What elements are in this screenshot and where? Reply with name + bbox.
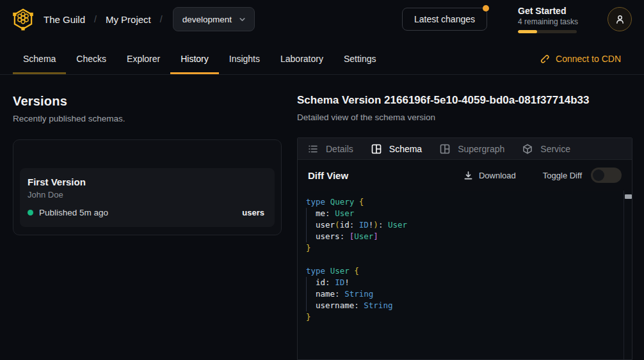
versions-title: Versions: [13, 94, 282, 109]
version-author: John Doe: [28, 190, 264, 200]
code-line: user(id: ID!): User: [306, 219, 619, 231]
connect-to-cdn-link[interactable]: Connect to CDN: [540, 38, 621, 74]
code-line: id: ID!: [306, 277, 619, 288]
tab-insights[interactable]: Insights: [219, 38, 270, 74]
code-line: [306, 254, 619, 265]
tab-label: Laboratory: [280, 54, 323, 64]
tab-laboratory[interactable]: Laboratory: [270, 38, 334, 74]
code-scrollbar[interactable]: [624, 191, 632, 359]
get-started-title: Get Started: [518, 6, 577, 16]
notification-dot: [483, 5, 489, 12]
tab-label: Service: [540, 144, 570, 154]
breadcrumb-project[interactable]: My Project: [106, 14, 151, 25]
version-name: First Version: [28, 176, 264, 187]
schema-version-title: Schema Version 2166196f-5e10-4059-bd0a-0…: [297, 94, 632, 107]
code-line: }: [306, 242, 619, 254]
breadcrumb-separator: /: [160, 14, 163, 24]
user-icon: [615, 14, 625, 25]
versions-panel: Versions Recently published schemas. Fir…: [13, 94, 282, 360]
schema-view-tabs: Details Schema Super: [298, 138, 632, 160]
target-dropdown-value: development: [182, 15, 232, 24]
tab-explorer[interactable]: Explorer: [117, 38, 170, 74]
schema-detail-card: Details Schema Super: [297, 137, 632, 360]
tab-settings[interactable]: Settings: [334, 38, 387, 74]
version-list-item[interactable]: First Version John Doe Published 5m ago …: [20, 168, 275, 227]
link-icon: [540, 54, 550, 64]
get-started-subtitle: 4 remaining tasks: [518, 17, 577, 26]
tab-schema-view[interactable]: Schema: [371, 144, 422, 154]
chevron-down-icon: [238, 15, 246, 24]
latest-changes-label: Latest changes: [414, 14, 475, 24]
version-status-text: Published 5m ago: [39, 208, 108, 217]
tab-checks[interactable]: Checks: [66, 38, 117, 74]
toggle-diff-switch[interactable]: [591, 168, 622, 183]
version-status-row: Published 5m ago users: [28, 208, 264, 217]
published-status-dot: [28, 210, 33, 215]
connect-to-cdn-label: Connect to CDN: [556, 54, 621, 64]
schema-version-subtitle: Detailed view of the schema version: [297, 113, 632, 122]
diff-toolbar: Diff View Download Toggle Diff: [298, 160, 632, 191]
tab-label: Checks: [76, 54, 106, 64]
code-line: name: String: [306, 288, 619, 300]
breadcrumb-separator: /: [94, 14, 97, 24]
download-label: Download: [479, 171, 516, 180]
target-nav: Schema Checks Explorer History Insights …: [0, 38, 644, 75]
tab-label: Schema: [389, 144, 422, 154]
tab-details[interactable]: Details: [308, 144, 353, 154]
versions-list-card: First Version John Doe Published 5m ago …: [13, 139, 282, 235]
tab-supergraph[interactable]: Supergraph: [440, 144, 504, 154]
download-icon: [463, 171, 473, 180]
breadcrumb-org[interactable]: The Guild: [44, 14, 85, 25]
top-header: The Guild / My Project / development Lat…: [0, 0, 644, 38]
code-lines: type Query {me: Useruser(id: ID!): Useru…: [306, 196, 619, 323]
list-icon: [308, 144, 318, 154]
schema-version-panel: Schema Version 2166196f-5e10-4059-bd0a-0…: [297, 94, 632, 360]
columns-icon: [440, 144, 450, 154]
code-line: }: [306, 311, 619, 323]
tab-label: Schema: [23, 54, 56, 64]
download-button[interactable]: Download: [463, 171, 516, 180]
get-started-progress-fill: [518, 30, 537, 33]
hive-logo-icon: [11, 7, 35, 31]
code-line: type User {: [306, 265, 619, 277]
toggle-diff-label: Toggle Diff: [543, 171, 582, 180]
switch-knob: [593, 169, 604, 181]
tab-label: Details: [326, 144, 353, 154]
tab-label: Insights: [229, 54, 260, 64]
diff-view-title: Diff View: [308, 170, 348, 181]
hive-logo[interactable]: [10, 6, 36, 32]
tab-label: Supergraph: [458, 144, 504, 154]
tab-schema[interactable]: Schema: [13, 38, 66, 74]
tab-history[interactable]: History: [170, 38, 219, 74]
user-menu-button[interactable]: [608, 7, 632, 31]
code-line: me: User: [306, 208, 619, 219]
tab-label: History: [181, 54, 209, 64]
tab-label: Settings: [344, 54, 376, 64]
breadcrumb: The Guild / My Project /: [44, 14, 172, 25]
code-line: type Query {: [306, 196, 619, 208]
version-service-badge: users: [242, 208, 264, 217]
main-content: Versions Recently published schemas. Fir…: [0, 75, 644, 360]
get-started-progress: [518, 30, 577, 33]
schema-code-viewer[interactable]: type Query {me: Useruser(id: ID!): Useru…: [298, 191, 632, 359]
latest-changes-button[interactable]: Latest changes: [402, 8, 487, 31]
target-dropdown[interactable]: development: [173, 7, 255, 31]
code-scrollbar-thumb[interactable]: [625, 194, 632, 199]
tab-label: Explorer: [127, 54, 160, 64]
code-line: users: [User]: [306, 231, 619, 242]
code-line: username: String: [306, 300, 619, 311]
package-icon: [522, 144, 533, 154]
hive-app-window: The Guild / My Project / development Lat…: [0, 0, 644, 360]
versions-subtitle: Recently published schemas.: [13, 114, 282, 123]
get-started-widget[interactable]: Get Started 4 remaining tasks: [518, 6, 577, 33]
columns-icon: [371, 144, 382, 154]
tab-service[interactable]: Service: [522, 144, 570, 154]
